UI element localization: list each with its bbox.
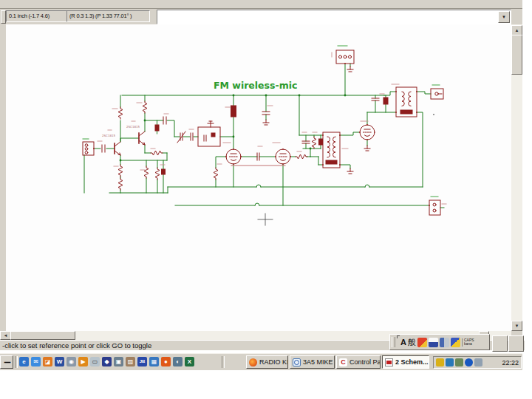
search-icon	[293, 358, 301, 366]
transistor-t2[interactable]	[139, 132, 145, 145]
word-icon[interactable]: W	[55, 357, 64, 366]
components[interactable]	[83, 50, 443, 215]
scroll-left-button[interactable]: ◄	[0, 331, 11, 340]
task-button-3a5-mike[interactable]: 3A5 MIKE _	[290, 355, 335, 369]
combo-dropdown-button[interactable]: ▼	[498, 11, 510, 23]
network-computer-icon[interactable]	[474, 358, 482, 366]
ime-tools-icon[interactable]	[440, 338, 449, 347]
quick-launch-bar: e ✉ ◪ W ◉ ▶ ▭ ◆ ▣ ▨ JB ▦ ● ◐ X	[19, 357, 194, 366]
component-labels	[98, 52, 446, 204]
my-computer-icon[interactable]: ▣	[114, 357, 123, 366]
ime-grip-handle[interactable]	[392, 337, 395, 347]
grid-readout: 0.1 inch (-1.7 4.6)	[6, 10, 68, 22]
task-button-control-panel[interactable]: Control Pa..	[336, 355, 381, 369]
transistor-t2-label: 2SC1815	[126, 125, 140, 129]
toolbar-extra-button-1[interactable]	[492, 335, 508, 352]
toolbar-extra-button-2[interactable]	[508, 335, 524, 352]
net-labels	[83, 46, 440, 197]
taskbar-separator	[222, 356, 225, 368]
chevron-down-icon: ▼	[502, 15, 506, 19]
battery-connector[interactable]	[429, 200, 440, 215]
media-player-icon[interactable]: ▶	[78, 357, 88, 366]
command-combobox[interactable]: ▼	[157, 10, 511, 24]
picture-folder-icon[interactable]: ▨	[126, 357, 135, 366]
vertical-scrollbar[interactable]: ▲ ▼	[511, 24, 522, 331]
photo-viewer-icon[interactable]: ◪	[43, 357, 52, 366]
excel-icon[interactable]: X	[185, 357, 194, 366]
origin-crosshair	[258, 214, 273, 225]
schematic-drawing[interactable]: FM wireless-mic	[6, 24, 511, 331]
horizontal-scroll-thumb[interactable]	[10, 331, 75, 340]
power-connector[interactable]	[336, 50, 354, 64]
tube-v3[interactable]	[360, 125, 375, 140]
taskbar-separator	[15, 356, 18, 368]
jb-app-icon[interactable]: JB	[137, 357, 147, 366]
sch-document-icon	[385, 358, 393, 366]
outlook-express-icon[interactable]: ✉	[31, 357, 41, 366]
transformer-t2[interactable]	[396, 87, 417, 117]
desktop: 0.1 inch (-1.7 4.6) (R 0.3 1.3) (P 1.33 …	[0, 0, 532, 399]
arrow-down-icon: ▼	[515, 324, 519, 328]
vertical-scroll-thumb[interactable]	[511, 35, 522, 75]
address-book-icon[interactable]: ◆	[102, 357, 112, 366]
ime-language-bar[interactable]: A 般 CAPS kana	[389, 334, 490, 350]
tube-v1[interactable]	[226, 149, 241, 164]
task-button-radio-kit[interactable]: RADIO KIT..	[246, 355, 288, 369]
transistor-t1[interactable]	[115, 142, 120, 155]
image-viewer-icon[interactable]: ◉	[66, 357, 76, 366]
arrow-left-icon: ◄	[4, 333, 8, 338]
app-window-icon[interactable]: ▭	[90, 357, 100, 366]
parameter-toolbar: 0.1 inch (-1.7 4.6) (R 0.3 1.3) (P 1.33 …	[0, 9, 522, 25]
control-panel-icon	[339, 358, 347, 366]
junction-dots	[120, 95, 347, 162]
scroll-down-button[interactable]: ▼	[511, 321, 522, 331]
ime-help-icon[interactable]	[451, 338, 460, 347]
schematic-canvas[interactable]: FM wireless-mic	[6, 24, 511, 331]
arrow-up-icon: ▲	[515, 28, 519, 33]
messenger-icon[interactable]	[465, 358, 473, 366]
tube-v2[interactable]	[276, 149, 290, 164]
inductor-l1[interactable]	[231, 106, 236, 117]
schematic-title[interactable]: FM wireless-mic	[214, 80, 297, 91]
ime-input-mode-button[interactable]: A	[397, 335, 406, 349]
crystal-module[interactable]	[198, 121, 220, 146]
tray-clock[interactable]: 22:22	[502, 359, 519, 366]
graphics-tool-icon[interactable]	[455, 358, 463, 366]
internet-explorer-icon[interactable]: e	[19, 357, 29, 366]
ime-dictionary-icon[interactable]	[417, 338, 427, 347]
command-input[interactable]	[158, 11, 499, 21]
firefox-icon[interactable]: ●	[161, 357, 171, 366]
ime-caps-kana-indicator[interactable]: CAPS kana	[462, 338, 474, 347]
antenna-connector[interactable]	[431, 89, 443, 99]
toolbar-handle[interactable]	[1, 10, 6, 24]
ime-conversion-mode-button[interactable]: 般	[408, 337, 416, 348]
web-editor-icon[interactable]: ◐	[173, 357, 183, 366]
window-top-strip	[0, 0, 522, 9]
antivirus-icon[interactable]	[446, 358, 454, 366]
cursor-position-readout: (R 0.3 1.3) (P 1.33 77.01° )	[66, 10, 150, 22]
mic-connector[interactable]	[83, 142, 94, 155]
remote-monitor-icon[interactable]: ▦	[149, 357, 159, 366]
ime-pad-icon[interactable]	[429, 338, 438, 347]
transformer-t1[interactable]	[323, 132, 340, 168]
resistor[interactable]	[118, 101, 316, 190]
taskbar: ート e ✉ ◪ W ◉ ▶ ▭ ◆ ▣ ▨ JB ▦ ● ◐ X RADIO …	[0, 353, 522, 370]
transistor-t1-label: 2SC1815	[102, 134, 116, 137]
task-button-schematic-active[interactable]: 2 Schem...	[382, 355, 429, 369]
start-button[interactable]: ート	[0, 355, 13, 369]
window-left-edge	[0, 24, 6, 331]
firefox-icon	[249, 358, 257, 366]
volume-icon[interactable]	[436, 358, 444, 366]
system-tray: 22:22	[433, 356, 522, 369]
stray-dot	[433, 114, 434, 115]
scroll-up-button[interactable]: ▲	[511, 25, 522, 35]
eagle-window: 0.1 inch (-1.7 4.6) (R 0.3 1.3) (P 1.33 …	[0, 0, 522, 349]
status-message: -click to set reference point or click G…	[2, 341, 151, 349]
